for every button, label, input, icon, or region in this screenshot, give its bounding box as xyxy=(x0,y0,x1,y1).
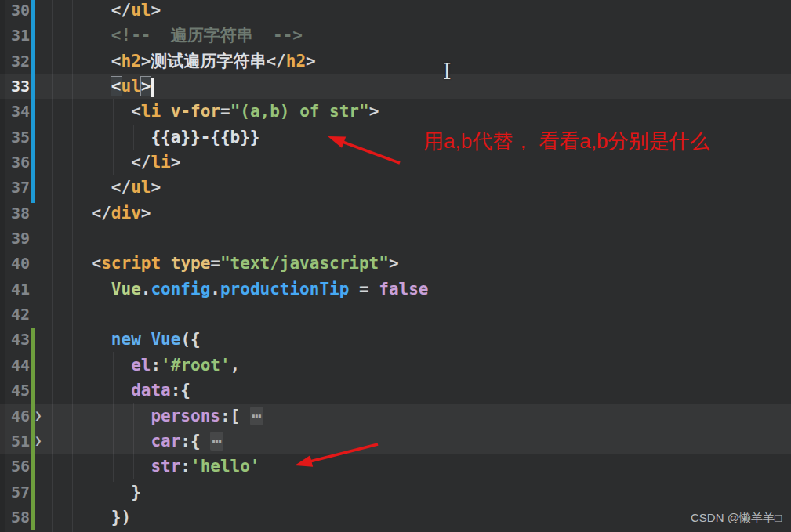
token-punc: : xyxy=(151,356,161,375)
token-tag: ul xyxy=(122,77,141,96)
token-punc: : xyxy=(180,457,190,476)
token-punc: } xyxy=(131,483,141,501)
code-line[interactable]: 34<li v-for="(a,b) of str"> xyxy=(0,99,791,124)
code-text: {{a}}-{{b}} xyxy=(0,125,260,150)
token-key: str xyxy=(151,457,180,476)
annotation-text: 用a,b代替， 看看a,b分别是什么 xyxy=(423,128,710,155)
code-text: <li v-for="(a,b) of str"> xyxy=(0,99,379,124)
code-text xyxy=(0,226,52,251)
code-text: }) xyxy=(0,505,131,530)
code-text: } xyxy=(0,480,141,505)
code-line[interactable]: 45data:{ xyxy=(0,378,791,403)
token-punc: > xyxy=(141,52,151,71)
token-tag: div xyxy=(111,204,141,223)
token-kw: Vue xyxy=(151,330,180,349)
token-punc: < xyxy=(111,52,122,71)
code-line[interactable]: 38</div> xyxy=(0,201,791,226)
token-punc: > xyxy=(171,153,181,172)
token-vue: Vue xyxy=(111,280,141,299)
code-line[interactable]: 44el:'#root', xyxy=(0,353,791,378)
token-punc: > xyxy=(369,102,379,121)
token-str: 'hello' xyxy=(190,457,260,476)
token-fold: ⋯ xyxy=(210,432,223,451)
code-text: </ul> xyxy=(0,175,161,200)
token-tag: li xyxy=(141,102,161,121)
token-str: '#root' xyxy=(161,356,230,375)
token-punc: = xyxy=(349,280,379,299)
token-punc: </ xyxy=(131,153,151,172)
code-line[interactable]: 57} xyxy=(0,480,791,505)
token-bool: false xyxy=(379,280,428,299)
code-text: <ul> xyxy=(0,74,154,99)
code-text: Vue.config.productionTip = false xyxy=(0,277,428,302)
token-boxed: < xyxy=(111,77,122,96)
token-punc: < xyxy=(131,102,141,121)
token-plain xyxy=(240,407,250,425)
token-key: persons xyxy=(151,407,220,425)
token-kw: new xyxy=(111,330,141,349)
ibeam-cursor-icon: I xyxy=(443,60,452,84)
code-editor-window: 30</ul>31<!-- 遍历字符串 -->32<h2>测试遍历字符串</h2… xyxy=(0,0,791,532)
code-line[interactable]: 32<h2>测试遍历字符串</h2> xyxy=(0,49,791,74)
code-line[interactable]: 46❯persons:[ ⋯ xyxy=(0,404,791,429)
token-punc: :[ xyxy=(220,407,240,425)
code-text xyxy=(0,302,52,327)
token-punc: </ xyxy=(266,52,285,71)
code-line[interactable]: 58}) xyxy=(0,505,791,530)
token-punc: > xyxy=(389,254,399,273)
token-key: data xyxy=(131,381,171,400)
token-text: {{a}}-{{b}} xyxy=(151,128,259,147)
code-text: </li> xyxy=(0,150,180,175)
token-cmt: <!-- 遍历字符串 --> xyxy=(111,26,303,45)
code-text: new Vue({ xyxy=(0,327,201,352)
token-punc: > xyxy=(151,178,161,197)
token-punc: > xyxy=(141,204,151,223)
token-punc: </ xyxy=(111,1,131,20)
token-punc: </ xyxy=(92,204,111,223)
code-text: persons:[ ⋯ xyxy=(0,404,263,429)
code-line[interactable]: 40<script type="text/javascript"> xyxy=(0,251,791,276)
token-punc: . xyxy=(210,280,220,299)
token-punc: . xyxy=(141,280,151,299)
token-punc: }) xyxy=(111,508,131,527)
code-line[interactable]: 30</ul> xyxy=(0,0,791,23)
token-tag: ul xyxy=(131,178,151,197)
token-plain xyxy=(201,432,211,451)
code-line[interactable]: 56str:'hello' xyxy=(0,454,791,479)
token-tag: h2 xyxy=(286,52,306,71)
token-fold: ⋯ xyxy=(250,407,263,425)
code-line[interactable]: 33<ul> xyxy=(0,74,791,99)
gutter-added-bar xyxy=(31,328,35,530)
token-prop: config xyxy=(151,280,210,299)
token-prop: productionTip xyxy=(220,280,349,299)
code-line[interactable]: 37</ul> xyxy=(0,175,791,200)
code-line[interactable]: 39 xyxy=(0,226,791,251)
code-text: str:'hello' xyxy=(0,454,260,479)
token-tag: h2 xyxy=(122,52,141,71)
code-line[interactable]: 42 xyxy=(0,302,791,327)
code-text: <script type="text/javascript"> xyxy=(0,251,399,276)
token-attr: v-for xyxy=(171,102,220,121)
code-line[interactable]: 41Vue.config.productionTip = false xyxy=(0,277,791,302)
token-punc: ({ xyxy=(180,330,200,349)
token-key: el xyxy=(131,356,151,375)
code-text: <h2>测试遍历字符串</h2> xyxy=(0,49,316,74)
code-line[interactable]: 43new Vue({ xyxy=(0,327,791,352)
code-line[interactable]: 31<!-- 遍历字符串 --> xyxy=(0,23,791,48)
token-tag: script xyxy=(101,254,161,273)
token-plain xyxy=(161,254,171,273)
token-punc: > xyxy=(151,1,161,20)
token-punc: </ xyxy=(111,178,131,197)
token-punc: < xyxy=(92,254,102,273)
token-tag: ul xyxy=(131,1,151,20)
token-punc: > xyxy=(306,52,316,71)
code-line[interactable]: 51❯car:{ ⋯ xyxy=(0,429,791,454)
code-area[interactable]: 30</ul>31<!-- 遍历字符串 -->32<h2>测试遍历字符串</h2… xyxy=(0,0,791,530)
token-attr: type xyxy=(171,254,211,273)
token-punc: = xyxy=(210,254,220,273)
code-text: </ul> xyxy=(0,0,161,23)
token-punc: = xyxy=(220,102,230,121)
token-text: 测试遍历字符串 xyxy=(151,52,266,71)
code-text: el:'#root', xyxy=(0,353,240,378)
token-punc: :{ xyxy=(171,381,190,400)
